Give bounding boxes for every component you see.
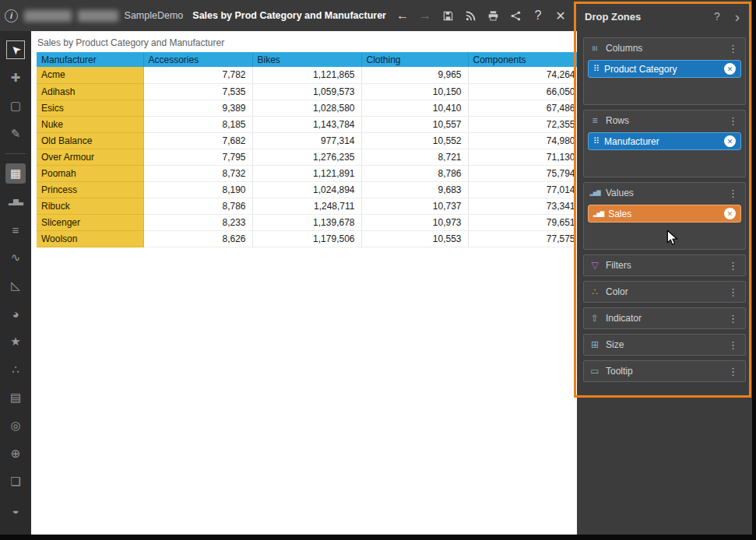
column-header-clothing[interactable]: Clothing — [361, 52, 468, 67]
forward-icon[interactable]: → — [415, 5, 435, 26]
value-cell[interactable]: 8,626 — [143, 230, 252, 247]
column-header-accessories[interactable]: Accessories — [143, 52, 252, 67]
info-icon[interactable]: i — [5, 9, 18, 23]
annotate-tool[interactable]: ✎ — [0, 120, 31, 148]
share-icon[interactable] — [505, 5, 526, 26]
pill-manufacturer[interactable]: ⠿Manufacturer✕ — [588, 132, 741, 150]
remove-pill-icon[interactable]: ✕ — [724, 135, 736, 147]
pill-product-category[interactable]: ⠿Product Category✕ — [588, 60, 741, 78]
value-cell[interactable]: 7,782 — [143, 67, 252, 83]
pointer-tool[interactable]: ➤ — [0, 36, 31, 64]
value-cell[interactable]: 977,314 — [252, 132, 361, 149]
dropzone-indicator[interactable]: ⇧Indicator⋮ — [583, 307, 746, 329]
row-header-cell[interactable]: Esics — [37, 100, 143, 116]
funnel-viz-button[interactable]: ★ — [0, 328, 31, 356]
kebab-menu-icon[interactable]: ⋮ — [726, 366, 740, 377]
value-cell[interactable]: 77,014 — [468, 181, 577, 198]
value-cell[interactable]: 72,355 — [468, 116, 577, 132]
value-cell[interactable]: 1,121,865 — [252, 67, 361, 83]
line-chart-viz-button[interactable]: ∿ — [0, 244, 31, 272]
export-view-viz-button[interactable]: ❏ — [0, 468, 31, 496]
print-icon[interactable] — [483, 5, 503, 26]
value-cell[interactable]: 10,737 — [361, 198, 468, 214]
feed-icon[interactable] — [460, 5, 480, 26]
value-cell[interactable]: 66,050 — [468, 83, 577, 100]
remove-pill-icon[interactable]: ✕ — [724, 208, 736, 219]
save-icon[interactable] — [438, 5, 458, 26]
dropzone-tooltip[interactable]: ▭Tooltip⋮ — [583, 360, 746, 382]
close-icon[interactable]: ✕ — [550, 5, 571, 26]
value-cell[interactable]: 73,341 — [468, 198, 577, 214]
value-cell[interactable]: 10,410 — [361, 100, 468, 116]
column-header-components[interactable]: Components — [468, 52, 577, 67]
value-cell[interactable]: 9,683 — [361, 181, 468, 198]
value-cell[interactable]: 1,024,894 — [252, 181, 361, 198]
dropzone-size[interactable]: ⊞Size⋮ — [583, 334, 746, 356]
value-cell[interactable]: 10,553 — [361, 230, 468, 247]
row-header-cell[interactable]: Ribuck — [37, 198, 143, 214]
row-header-cell[interactable]: Old Balance — [37, 132, 143, 149]
value-cell[interactable]: 1,179,506 — [252, 230, 361, 247]
gauge-viz-button[interactable]: ◒ — [0, 496, 31, 524]
value-cell[interactable]: 8,732 — [143, 165, 252, 181]
kebab-menu-icon[interactable]: ⋮ — [726, 188, 740, 199]
value-cell[interactable]: 1,248,711 — [252, 198, 361, 214]
value-cell[interactable]: 8,786 — [361, 165, 468, 181]
value-cell[interactable]: 8,786 — [143, 198, 252, 214]
column-header-manufacturer[interactable]: Manufacturer — [37, 52, 143, 67]
dropzone-values[interactable]: ▂▅▇Values⋮▂▅▇Sales✕ — [583, 182, 746, 250]
value-cell[interactable]: 10,552 — [361, 132, 468, 149]
row-header-cell[interactable]: Poomah — [37, 165, 143, 181]
kebab-menu-icon[interactable]: ⋮ — [726, 115, 740, 127]
dropzone-rows[interactable]: ≡Rows⋮⠿Manufacturer✕ — [583, 110, 746, 177]
row-header-cell[interactable]: Slicenger — [37, 214, 143, 230]
doughnut-viz-button[interactable]: ◎ — [0, 412, 31, 440]
marquee-select-tool[interactable]: ▢ — [0, 92, 31, 120]
value-cell[interactable]: 8,233 — [143, 214, 252, 230]
value-cell[interactable]: 67,486 — [468, 100, 577, 116]
stacked-chart-viz-button[interactable]: ▤ — [0, 384, 31, 412]
dropzone-color[interactable]: ∴Color⋮ — [583, 281, 746, 303]
value-cell[interactable]: 10,150 — [361, 83, 468, 100]
remove-pill-icon[interactable]: ✕ — [724, 63, 736, 75]
scatter-viz-button[interactable]: ∴ — [0, 356, 31, 384]
value-cell[interactable]: 10,973 — [361, 214, 468, 230]
value-cell[interactable]: 8,721 — [361, 149, 468, 165]
panel-collapse-icon[interactable]: › — [730, 9, 744, 24]
value-cell[interactable]: 71,130 — [468, 149, 577, 165]
row-header-cell[interactable]: Acme — [37, 67, 143, 83]
row-header-cell[interactable]: Woolson — [37, 230, 143, 247]
value-cell[interactable]: 74,264 — [468, 67, 577, 83]
value-cell[interactable]: 75,794 — [468, 165, 577, 181]
back-icon[interactable]: ← — [392, 5, 413, 26]
panel-help-icon[interactable]: ? — [710, 10, 724, 23]
value-cell[interactable]: 1,059,573 — [252, 83, 361, 100]
column-header-bikes[interactable]: Bikes — [252, 52, 361, 67]
value-cell[interactable]: 9,389 — [143, 100, 252, 116]
kebab-menu-icon[interactable]: ⋮ — [726, 286, 740, 298]
value-cell[interactable]: 8,185 — [143, 116, 252, 132]
text-view-viz-button[interactable]: ≡ — [0, 216, 31, 244]
value-cell[interactable]: 7,795 — [143, 149, 252, 165]
dropzone-columns[interactable]: ≡Columns⋮⠿Product Category✕ — [583, 37, 746, 105]
kebab-menu-icon[interactable]: ⋮ — [726, 313, 740, 324]
value-cell[interactable]: 8,190 — [143, 181, 252, 198]
kebab-menu-icon[interactable]: ⋮ — [726, 339, 740, 351]
value-cell[interactable]: 10,557 — [361, 116, 468, 132]
value-cell[interactable]: 1,139,678 — [252, 214, 361, 230]
kebab-menu-icon[interactable]: ⋮ — [726, 260, 740, 272]
value-cell[interactable]: 77,575 — [468, 230, 577, 247]
pill-sales[interactable]: ▂▅▇Sales✕ — [588, 205, 741, 223]
dropzone-filters[interactable]: ▽Filters⋮ — [583, 254, 746, 276]
pie-chart-viz-button[interactable]: ◕ — [0, 300, 31, 328]
pan-tool[interactable]: ✚ — [0, 64, 31, 92]
map-viz-button[interactable]: ⊕ — [0, 440, 31, 468]
kebab-menu-icon[interactable]: ⋮ — [726, 43, 740, 54]
row-header-cell[interactable]: Nuke — [37, 116, 143, 132]
area-chart-viz-button[interactable]: ◺ — [0, 272, 31, 300]
grid-viz-button[interactable]: ▦ — [0, 160, 31, 188]
value-cell[interactable]: 79,651 — [468, 214, 577, 230]
value-cell[interactable]: 1,276,235 — [252, 149, 361, 165]
row-header-cell[interactable]: Over Armour — [37, 149, 143, 165]
help-icon[interactable]: ? — [528, 5, 548, 26]
